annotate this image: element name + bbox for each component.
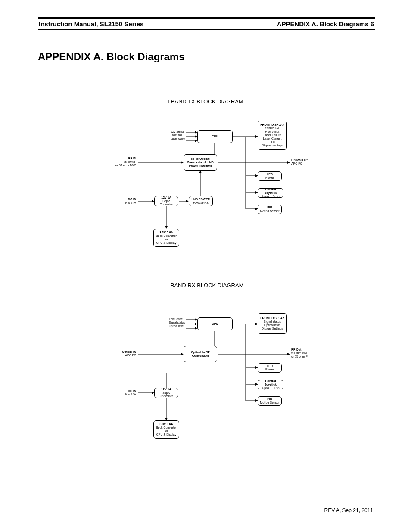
- tx-cpu-inputs: 12V Sense Laser fail Laser current: [171, 130, 187, 140]
- rx-pir-box: PIR Motion Sensor: [258, 396, 282, 406]
- rx-joystick-box: Control Joystick 4 pos + Push: [258, 380, 283, 389]
- tx-led-box: LED Power: [258, 171, 282, 181]
- tx-joystick-box: Control Joystick 4 pos + Push: [258, 188, 283, 198]
- tx-front-display-box: FRONT DISPLAY 22KHZ Ind. H or V Ind. Las…: [258, 121, 287, 150]
- tx-sepic-box: 12V 1A Sepic Converter: [154, 196, 178, 206]
- footer-rev: REV A, Sep 21, 2011: [324, 507, 373, 513]
- rx-diagram: Optical IN APC FC DC IN 9 to 24V RF Out …: [0, 299, 411, 442]
- tx-lnb-box: LNB POWER H/V/22KHZ: [189, 196, 213, 206]
- tx-optical-out-label: Optical Out APC FC: [291, 159, 308, 165]
- rx-title: LBAND RX BLOCK DIAGRAM: [0, 282, 411, 289]
- tx-title: LBAND TX BLOCK DIAGRAM: [0, 98, 411, 105]
- tx-dc-in-label: DC IN 9 to 24V: [111, 198, 136, 205]
- tx-buck-box: 3.3V 0.6A Buck Converter for CPU & Displ…: [153, 229, 179, 247]
- rx-dc-in-label: DC IN 9 to 24V: [111, 389, 136, 396]
- header-bar: Instruction Manual, SL2150 Series APPEND…: [38, 17, 375, 30]
- page: Instruction Manual, SL2150 Series APPEND…: [0, 0, 411, 532]
- rx-front-display-box: FRONT DISPLAY Signal status Optical leve…: [258, 313, 287, 334]
- tx-cpu-box: CPU: [197, 130, 233, 143]
- rx-cpu-inputs: 12V Sense Signal status Optical level: [169, 317, 185, 328]
- tx-pir-box: PIR Motion Sensor: [258, 205, 282, 214]
- rx-cpu-box: CPU: [197, 317, 233, 330]
- tx-rf-optical-box: RF to Optical Conversion & LNB Power Ins…: [184, 154, 217, 171]
- rx-sepic-box: 12V 1A Sepic Converter: [154, 388, 178, 398]
- tx-diagram: RF IN 75 ohm F or 50 ohm BNC DC IN 9 to …: [0, 112, 411, 254]
- rx-optical-rf-box: Optical to RF Conversion: [184, 346, 217, 362]
- rx-buck-box: 3.3V 0.6A Buck Converter for CPU & Displ…: [153, 420, 179, 439]
- rx-optical-in-label: Optical IN APC FC: [111, 350, 136, 357]
- header-right: APPENDIX A. Block Diagrams 6: [277, 20, 374, 28]
- tx-rf-in-label: RF IN 75 ohm F or 50 ohm BNC: [111, 157, 136, 167]
- rx-rf-out-label: RF Out 50 ohm BNC or 75 ohm F: [291, 348, 308, 358]
- rx-led-box: LED Power: [258, 363, 282, 373]
- appendix-title: APPENDIX A. Block Diagrams: [38, 51, 185, 63]
- header-left: Instruction Manual, SL2150 Series: [39, 20, 143, 28]
